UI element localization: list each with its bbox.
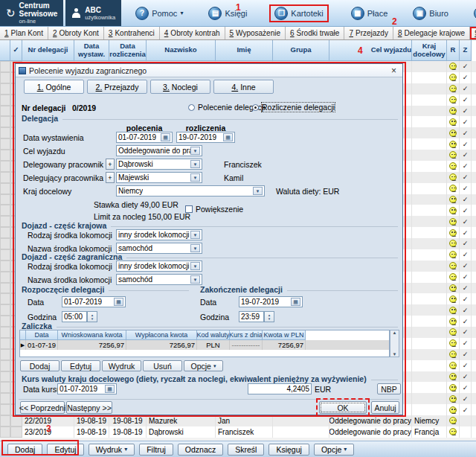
zaliczka-dodaj-button[interactable]: Dodaj	[20, 360, 60, 371]
delegowany-add-button[interactable]: +	[106, 159, 115, 170]
cell-r	[447, 349, 460, 360]
dialog-tab-inne[interactable]: 4.Inne	[213, 80, 274, 94]
tab-4[interactable]: 4Obroty kontrah	[160, 27, 225, 39]
dialog-tab-noclegi[interactable]: 3.Noclegi	[150, 80, 210, 94]
tab-5[interactable]: 5Wyposażenie	[225, 27, 286, 39]
zaliczka-usuń-button[interactable]: Usuń	[143, 360, 182, 371]
calendar-icon[interactable]: ▦	[291, 298, 300, 306]
toolbar-menu-biuro[interactable]: ▣Biuro	[410, 5, 451, 22]
cell-r	[447, 316, 460, 327]
calendar-icon[interactable]: ▦	[105, 385, 115, 393]
zaliczka-row[interactable]: ▶01-07-197256,977256,97PLN------------72…	[20, 340, 389, 350]
col-data-rozliczenia[interactable]: Data rozliczenia	[109, 40, 147, 61]
dialog-tab-przejazdy[interactable]: 2.Przejazdy	[87, 80, 147, 94]
time-spinner[interactable]: ▴▾	[264, 311, 274, 322]
bottom-filtruj-button[interactable]: Filtruj	[139, 444, 173, 456]
rodzaj-lokomocji-krajowa-select[interactable]: inny środek lokomocji ▼	[116, 229, 202, 240]
calendar-icon[interactable]: ▦	[223, 133, 233, 141]
bottom-wydruk-button[interactable]: Wydruk▾	[89, 444, 135, 456]
toolbar-menu-place[interactable]: ▦Płace	[348, 5, 391, 22]
smiley-icon	[449, 229, 457, 237]
col-row-selector[interactable]	[0, 40, 10, 61]
col-z[interactable]: Z	[460, 40, 472, 61]
bottom-skreśl-button[interactable]: Skreśl	[228, 444, 264, 456]
zaliczka-edytuj-button[interactable]: Edytuj	[61, 360, 100, 371]
dialog-tab-ogólne[interactable]: 1.Ogólne	[24, 80, 84, 94]
ok-button[interactable]: OK	[319, 401, 367, 414]
col-r[interactable]: R	[447, 40, 460, 61]
table-row[interactable]: 22/201919-08-1919-08-19MazurekJanOddeleg…	[0, 415, 476, 426]
tab-6[interactable]: 6Środki trwałe	[286, 27, 344, 39]
powiekszenie-checkbox[interactable]: Powiększenie	[185, 205, 243, 214]
godzina-rozpoczecia-field[interactable]: 05:00	[62, 311, 87, 322]
toolbar-menu-system[interactable]: ⚙System	[471, 5, 476, 22]
delegowany-select[interactable]: Dąbrowski ▼	[116, 159, 202, 170]
cell-cel: Oddelegowanie do pracy	[329, 415, 412, 426]
zal-col-header[interactable]: Data	[26, 330, 58, 340]
data-rozpoczecia-field[interactable]: 01-07-2019 ▦	[62, 296, 126, 307]
tab-8[interactable]: 8Delegacje krajowe	[393, 27, 470, 39]
delegujacy-select[interactable]: Majewski ▼	[116, 172, 202, 183]
cell-z: ✓	[460, 150, 472, 161]
zal-cell: ------------	[230, 340, 263, 350]
data-rozliczenia-field[interactable]: 19-07-2019 ▦	[176, 132, 235, 143]
zal-col-header[interactable]: Kwota w PLN	[263, 330, 306, 340]
zaliczka-wydruk-button[interactable]: Wydruk	[102, 360, 141, 371]
tab-3[interactable]: 3Kontrahenci	[104, 27, 160, 39]
kurs-value-field[interactable]: 4,2405	[248, 383, 312, 394]
cancel-button[interactable]: Anuluj	[371, 401, 399, 414]
tab-1[interactable]: 1Plan Kont	[0, 27, 48, 39]
kraj-docelowy-select[interactable]: Niemcy ▼	[116, 185, 265, 196]
col-kraj-docelowy[interactable]: Kraj docelowy	[412, 40, 447, 61]
data-kursu-field[interactable]: 01-07-2019 ▦	[57, 383, 117, 394]
module-tabbar: 1Plan Kont2Obroty Kont3Kontrahenci4Obrot…	[0, 27, 476, 40]
nazwa-lokomocji-zagraniczna-select[interactable]: samochód ▼	[116, 274, 202, 285]
bottom-księguj-button[interactable]: Księguj	[268, 444, 309, 456]
waluta-diety-info: Waluta diety: EUR	[276, 187, 339, 196]
rodzaj-lokomocji-zagraniczna-select[interactable]: inny środek lokomocji ▼	[116, 261, 202, 272]
calendar-icon[interactable]: ▦	[114, 298, 123, 306]
toolbar-menu-ksiegi[interactable]: ▤Księgi	[205, 5, 250, 22]
zaliczka-scrollbar[interactable]: ▲ ▼	[390, 330, 399, 357]
delegujacy-add-button[interactable]: +	[106, 172, 115, 183]
previous-button[interactable]: << Poprzedni	[20, 401, 65, 414]
godzina-zakonczenia-field[interactable]: 23:59	[239, 311, 264, 322]
user-badge[interactable]: ABC użytkownika	[65, 0, 121, 26]
next-button[interactable]: Następny >>	[66, 401, 112, 414]
toolbar-menu-kartoteki[interactable]: ❐Kartoteki	[269, 4, 328, 22]
close-icon[interactable]: ×	[388, 65, 399, 75]
zal-col-header[interactable]: Kurs z dnia	[230, 330, 263, 340]
toolbar-menu-pomoc[interactable]: ?Pomoc▾	[132, 5, 186, 22]
cell-chk	[10, 426, 22, 438]
bottom-opcje-button[interactable]: Opcje▾	[314, 444, 354, 456]
table-row[interactable]: 23/201919-08-1919-08-19DąbrowskiFrancisz…	[0, 426, 476, 438]
bottom-dodaj-button[interactable]: Dodaj	[7, 444, 42, 456]
col-nr-delegacji[interactable]: Nr delegacji	[22, 40, 74, 61]
col-nazwisko[interactable]: Nazwisko	[147, 40, 216, 61]
col-cel-wyjazdu[interactable]: Cel wyjazdu	[329, 40, 412, 61]
bottom-odznacz-button[interactable]: Odznacz	[178, 444, 223, 456]
calendar-icon[interactable]: ▦	[161, 133, 170, 141]
group-dojazd-zagraniczna: Dojazd - część zagraniczna	[22, 252, 398, 261]
zal-col-header[interactable]: Wnioskowana kwota	[58, 330, 126, 340]
tab-2[interactable]: 2Obroty Kont	[48, 27, 104, 39]
bottom-edytuj-button[interactable]: Edytuj	[47, 444, 83, 456]
radio-rozliczenie-delegacji[interactable]: Rozliczenie delegacji	[252, 103, 335, 112]
data-polecenia-field[interactable]: 01-07-2019 ▦	[116, 132, 173, 143]
scroll-up-icon[interactable]: ▲	[393, 330, 397, 335]
nbp-button[interactable]: NBP	[377, 383, 401, 394]
col-data-wystaw[interactable]: Data wystaw.	[74, 40, 109, 61]
zaliczka-opcje-button[interactable]: Opcje▾	[184, 360, 223, 371]
app-logo[interactable]: ↻ Centrum Serwisowe on-line	[0, 0, 63, 26]
col-imie[interactable]: Imię	[216, 40, 273, 61]
scroll-down-icon[interactable]: ▼	[393, 352, 397, 357]
cel-wyjazdu-select[interactable]: Oddelegowanie do pracy ▼	[116, 145, 202, 156]
data-zakonczenia-field[interactable]: 19-07-2019 ▦	[239, 296, 303, 307]
tab-7[interactable]: 7Przejazdy	[344, 27, 393, 39]
zal-col-header[interactable]: Kod waluty	[197, 330, 230, 340]
col-check[interactable]: ✓	[10, 40, 22, 61]
time-spinner[interactable]: ▴▾	[87, 311, 97, 322]
col-grupa[interactable]: Grupa	[273, 40, 329, 61]
tab-9[interactable]: 9Delegacje zagraniczne	[470, 27, 476, 39]
zal-col-header[interactable]: Wypłacona kwota	[126, 330, 197, 340]
